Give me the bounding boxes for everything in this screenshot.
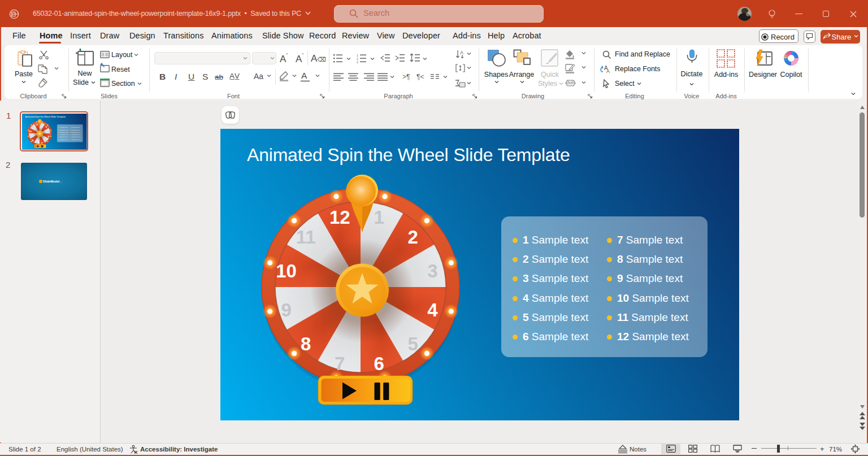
svg-text:9: 9 — [281, 299, 291, 320]
svg-text:2: 2 — [408, 227, 418, 247]
svg-text:11: 11 — [296, 227, 316, 247]
svg-text:1: 1 — [374, 207, 384, 228]
svg-text:11: 11 — [32, 125, 34, 128]
svg-text:10: 10 — [276, 260, 297, 281]
svg-text:5: 5 — [408, 333, 418, 354]
svg-text:10: 10 — [29, 130, 32, 133]
svg-text:4: 4 — [427, 299, 438, 320]
svg-text:3: 3 — [427, 260, 437, 281]
svg-text:8: 8 — [301, 333, 311, 354]
svg-text:12: 12 — [36, 123, 38, 126]
svg-text:A: A — [460, 50, 463, 55]
svg-text:12: 12 — [329, 207, 350, 228]
svg-text:3: 3 — [357, 60, 358, 64]
svg-text:A: A — [606, 68, 610, 74]
